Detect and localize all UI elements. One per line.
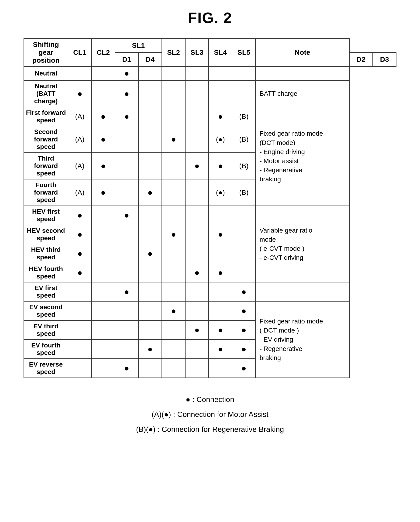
cell-sl4: ● xyxy=(209,225,232,244)
cell-sl4 xyxy=(209,66,232,80)
col-header-sl2: SL2 xyxy=(162,38,185,66)
cell-note: Fixed gear ratio mode ( DCT mode ) - EV … xyxy=(256,301,349,378)
cell-d3 xyxy=(185,301,209,320)
cell-d1 xyxy=(115,153,139,179)
cell-d2 xyxy=(162,80,185,107)
cell-d2 xyxy=(162,282,185,301)
col-header-sl3: SL3 xyxy=(185,38,209,66)
cell-cl1: (A) xyxy=(68,179,92,206)
cell-sl4: ● xyxy=(209,339,232,359)
cell-d3: ● xyxy=(185,263,209,282)
table-row: HEV first speed●●Variable gear ratio mod… xyxy=(24,206,396,225)
cell-sl5 xyxy=(232,80,256,107)
cell-cl1: ● xyxy=(68,263,92,282)
legend-b: (B)(●) : Connection for Regenerative Bra… xyxy=(136,422,284,437)
cell-d2 xyxy=(162,339,185,359)
cell-d1 xyxy=(115,263,139,282)
col-header-cl1: CL1 xyxy=(68,38,92,66)
cell-cl2: ● xyxy=(92,179,115,206)
cell-sl5 xyxy=(232,225,256,244)
cell-d2 xyxy=(162,359,185,378)
cell-sl4 xyxy=(209,206,232,225)
cell-cl2 xyxy=(92,359,115,378)
cell-note xyxy=(256,66,349,80)
cell-note: Variable gear ratio mode ( e-CVT mode ) … xyxy=(256,206,349,282)
cell-sl5 xyxy=(232,263,256,282)
cell-sl4: ● xyxy=(209,320,232,339)
cell-cl1 xyxy=(68,282,92,301)
cell-sl4 xyxy=(209,244,232,263)
legend-area: ● : Connection (A)(●) : Connection for M… xyxy=(93,392,327,437)
table-row: EV first speed●● xyxy=(24,282,396,301)
cell-d1: ● xyxy=(115,80,139,107)
cell-d3 xyxy=(185,66,209,80)
cell-d4 xyxy=(139,301,162,320)
col-header-sl4: SL4 xyxy=(209,38,232,66)
cell-gear-label: HEV third speed xyxy=(24,244,68,263)
cell-sl4 xyxy=(209,80,232,107)
col-header-d4: D4 xyxy=(139,53,162,66)
cell-d1: ● xyxy=(115,282,139,301)
cell-cl1: (A) xyxy=(68,126,92,153)
cell-cl2: ● xyxy=(92,107,115,126)
cell-sl4 xyxy=(209,359,232,378)
cell-d1 xyxy=(115,320,139,339)
cell-sl4: ● xyxy=(209,263,232,282)
cell-d2 xyxy=(162,263,185,282)
cell-d1 xyxy=(115,244,139,263)
fig-title: FIG. 2 xyxy=(188,9,232,27)
gear-table: Shifting gear position CL1 CL2 SL1 SL2 S… xyxy=(23,38,397,378)
cell-note: Fixed gear ratio mode (DCT mode) - Engin… xyxy=(256,107,349,206)
cell-cl2 xyxy=(92,320,115,339)
cell-d3 xyxy=(185,179,209,206)
cell-sl4 xyxy=(209,301,232,320)
cell-d2 xyxy=(162,153,185,179)
cell-d1: ● xyxy=(115,107,139,126)
cell-d2 xyxy=(162,206,185,225)
col-header-d3: D3 xyxy=(373,53,396,66)
cell-sl5: (B) xyxy=(232,179,256,206)
cell-sl5 xyxy=(232,66,256,80)
cell-cl1: ● xyxy=(68,225,92,244)
cell-gear-label: Fourth forward speed xyxy=(24,179,68,206)
cell-d3 xyxy=(185,282,209,301)
cell-d3 xyxy=(185,206,209,225)
cell-d4 xyxy=(139,126,162,153)
cell-d3 xyxy=(185,107,209,126)
cell-gear-label: EV first speed xyxy=(24,282,68,301)
cell-sl5: ● xyxy=(232,282,256,301)
cell-note xyxy=(256,282,349,301)
cell-gear-label: EV second speed xyxy=(24,301,68,320)
cell-d2 xyxy=(162,320,185,339)
cell-cl2 xyxy=(92,225,115,244)
col-header-sl5: SL5 xyxy=(232,38,256,66)
cell-d1 xyxy=(115,225,139,244)
cell-d3 xyxy=(185,359,209,378)
cell-d3 xyxy=(185,225,209,244)
cell-d2 xyxy=(162,66,185,80)
cell-cl2 xyxy=(92,301,115,320)
header-row-top: Shifting gear position CL1 CL2 SL1 SL2 S… xyxy=(24,38,396,53)
table-row: Neutral (BATT charge)●●BATT charge xyxy=(24,80,396,107)
legend-a: (A)(●) : Connection for Motor Assist xyxy=(151,407,268,422)
cell-cl1: ● xyxy=(68,80,92,107)
cell-d4 xyxy=(139,206,162,225)
cell-cl2 xyxy=(92,80,115,107)
cell-cl2 xyxy=(92,66,115,80)
cell-d2 xyxy=(162,244,185,263)
cell-d4 xyxy=(139,263,162,282)
cell-sl5: ● xyxy=(232,320,256,339)
cell-sl4: (●) xyxy=(209,126,232,153)
cell-d2: ● xyxy=(162,225,185,244)
cell-note: BATT charge xyxy=(256,80,349,107)
cell-d4: ● xyxy=(139,179,162,206)
cell-sl5: (B) xyxy=(232,126,256,153)
main-table-container: Shifting gear position CL1 CL2 SL1 SL2 S… xyxy=(23,38,397,378)
cell-gear-label: HEV second speed xyxy=(24,225,68,244)
cell-sl4: ● xyxy=(209,107,232,126)
cell-cl1 xyxy=(68,66,92,80)
cell-gear-label: Neutral xyxy=(24,66,68,80)
cell-d2 xyxy=(162,107,185,126)
cell-gear-label: HEV first speed xyxy=(24,206,68,225)
cell-d3 xyxy=(185,126,209,153)
